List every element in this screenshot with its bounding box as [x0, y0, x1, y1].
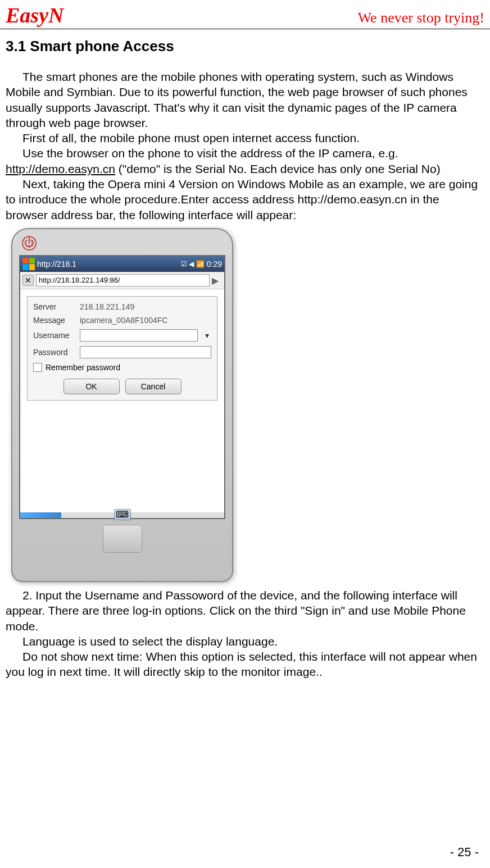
- username-input[interactable]: [80, 329, 198, 342]
- paragraph-3: Use the browser on the phone to visit th…: [6, 146, 484, 176]
- paragraph-2: First of all, the mobile phone must open…: [6, 130, 484, 146]
- password-input[interactable]: [80, 346, 211, 358]
- dropdown-arrow-icon[interactable]: ▾: [202, 331, 211, 340]
- taskbar-status-icons: ☑ ◀ 📶: [181, 260, 205, 268]
- paragraph-5: 2. Input the Username and Passoword of t…: [6, 588, 484, 634]
- taskbar: http://218.1 ☑ ◀ 📶 0:29: [20, 256, 224, 272]
- login-dialog: Server 218.18.221.149 Message ipcamera_0…: [27, 296, 217, 401]
- demo-link[interactable]: http://demo.easyn.cn: [6, 162, 115, 175]
- phone-screenshot: ⏻ http://218.1 ☑ ◀ 📶 0:29 ✕ ▶ Server 218…: [11, 228, 479, 582]
- phone-frame: ⏻ http://218.1 ☑ ◀ 📶 0:29 ✕ ▶ Server 218…: [11, 228, 233, 582]
- paragraph-6: Language is used to select the display l…: [6, 634, 484, 649]
- tagline-text: We never stop trying!: [358, 10, 484, 26]
- cancel-button[interactable]: Cancel: [125, 379, 182, 394]
- power-icon: ⏻: [22, 236, 37, 251]
- go-arrow-icon[interactable]: ▶: [212, 275, 222, 285]
- page-header: EasyN We never stop trying!: [0, 0, 490, 29]
- paragraph-7: Do not show next time: When this option …: [6, 649, 484, 680]
- remember-label: Remember password: [46, 363, 120, 372]
- address-bar: ✕ ▶: [20, 272, 224, 289]
- phone-buttons: [19, 519, 225, 570]
- message-value: ipcamera_00A8F1004FC: [80, 316, 167, 325]
- ok-button[interactable]: OK: [63, 379, 120, 394]
- url-input[interactable]: [36, 274, 210, 287]
- dpad-icon: [103, 525, 142, 553]
- section-title: 3.1 Smart phone Access: [0, 29, 490, 69]
- message-label: Message: [33, 316, 75, 325]
- taskbar-url: http://218.1: [37, 260, 179, 269]
- server-value: 218.18.221.149: [80, 302, 134, 311]
- server-label: Server: [33, 302, 75, 311]
- page-number: - 25 -: [450, 845, 479, 860]
- phone-screen: http://218.1 ☑ ◀ 📶 0:29 ✕ ▶ Server 218.1…: [19, 255, 225, 519]
- logo-text: EasyN: [6, 3, 63, 28]
- progress-bar: ⌨: [20, 512, 224, 518]
- body-content-2: 2. Input the Username and Passoword of t…: [0, 588, 490, 680]
- taskbar-time: 0:29: [207, 260, 222, 269]
- password-label: Password: [33, 348, 75, 357]
- body-content: The smart phones are the mobile phones w…: [0, 69, 490, 222]
- windows-start-icon: [22, 258, 35, 270]
- paragraph-1: The smart phones are the mobile phones w…: [6, 69, 484, 130]
- username-label: Username: [33, 331, 75, 340]
- stop-icon[interactable]: ✕: [22, 275, 34, 286]
- paragraph-4: Next, taking the Opera mini 4 Version on…: [6, 176, 484, 222]
- remember-checkbox[interactable]: [33, 363, 42, 372]
- keyboard-icon[interactable]: ⌨: [114, 509, 131, 520]
